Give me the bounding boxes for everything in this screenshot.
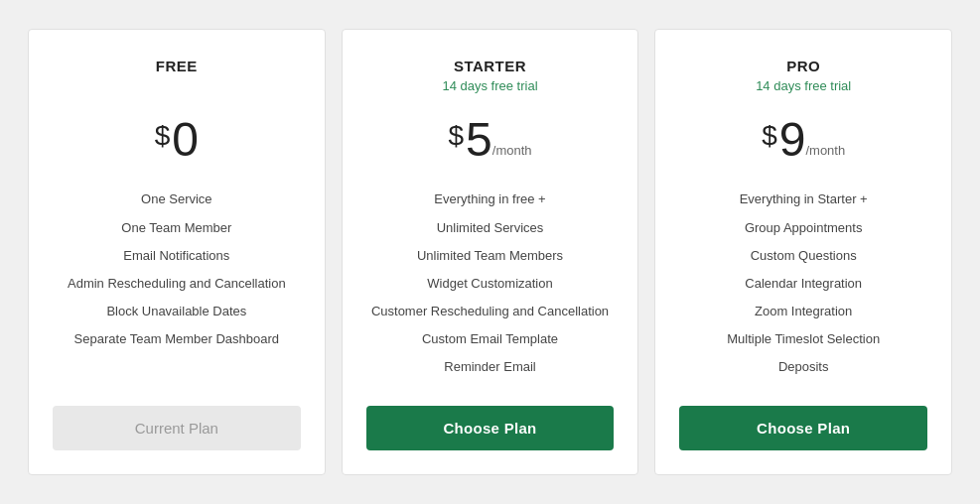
plan-name-starter: STARTER — [454, 58, 526, 74]
list-item: Group Appointments — [679, 214, 927, 242]
price-dollar-pro: $ — [762, 120, 777, 152]
list-item: Widget Customization — [366, 270, 615, 298]
list-item: Multiple Timeslot Selection — [679, 325, 927, 353]
price-container-starter: $ 5/month — [448, 116, 531, 164]
list-item: Unlimited Team Members — [366, 242, 615, 270]
price-container-pro: $ 9/month — [762, 116, 845, 164]
list-item: Block Unavailable Dates — [53, 298, 301, 325]
features-list-starter: Everything in free +Unlimited ServicesUn… — [366, 186, 615, 381]
list-item: Deposits — [679, 353, 927, 381]
list-item: One Team Member — [53, 214, 301, 242]
list-item: Customer Rescheduling and Cancellation — [366, 298, 615, 325]
features-list-free: One ServiceOne Team MemberEmail Notifica… — [53, 186, 301, 381]
price-dollar-starter: $ — [448, 120, 464, 152]
plans-container: FREE$ 0One ServiceOne Team MemberEmail N… — [0, 19, 980, 484]
list-item: Everything in Starter + — [679, 186, 927, 213]
list-item: Reminder Email — [366, 353, 615, 381]
list-item: Email Notifications — [53, 242, 301, 270]
plan-name-free: FREE — [156, 58, 198, 74]
btn-area-free: Current Plan — [53, 406, 301, 450]
choose-plan-button-pro[interactable]: Choose Plan — [679, 406, 927, 450]
trial-text-pro: 14 days free trial — [756, 78, 851, 98]
plan-card-starter: STARTER14 days free trial$ 5/monthEveryt… — [342, 29, 639, 474]
trial-text-starter: 14 days free trial — [442, 78, 537, 98]
btn-area-pro: Choose Plan — [679, 406, 927, 450]
price-amount-free: 0 — [172, 116, 199, 164]
price-period-pro: /month — [805, 143, 845, 158]
list-item: Admin Rescheduling and Cancellation — [53, 270, 301, 298]
list-item: One Service — [53, 186, 301, 213]
list-item: Calendar Integration — [679, 270, 927, 298]
list-item: Separate Team Member Dashboard — [53, 325, 301, 353]
price-amount-pro: 9 — [779, 116, 806, 164]
price-dollar-free: $ — [155, 120, 171, 152]
list-item: Custom Questions — [679, 242, 927, 270]
plan-card-pro: PRO14 days free trial$ 9/monthEverything… — [654, 29, 952, 474]
list-item: Unlimited Services — [366, 214, 615, 242]
list-item: Zoom Integration — [679, 298, 927, 325]
list-item: Custom Email Template — [366, 325, 615, 353]
price-container-free: $ 0 — [155, 116, 199, 164]
plan-name-pro: PRO — [786, 58, 820, 74]
price-amount-starter: 5 — [466, 116, 492, 164]
list-item: Everything in free + — [366, 186, 615, 213]
price-period-starter: /month — [492, 143, 532, 158]
features-list-pro: Everything in Starter +Group Appointment… — [679, 186, 927, 381]
btn-area-starter: Choose Plan — [366, 406, 615, 450]
current-plan-button: Current Plan — [53, 406, 301, 450]
choose-plan-button-starter[interactable]: Choose Plan — [366, 406, 615, 450]
plan-card-free: FREE$ 0One ServiceOne Team MemberEmail N… — [28, 29, 326, 474]
